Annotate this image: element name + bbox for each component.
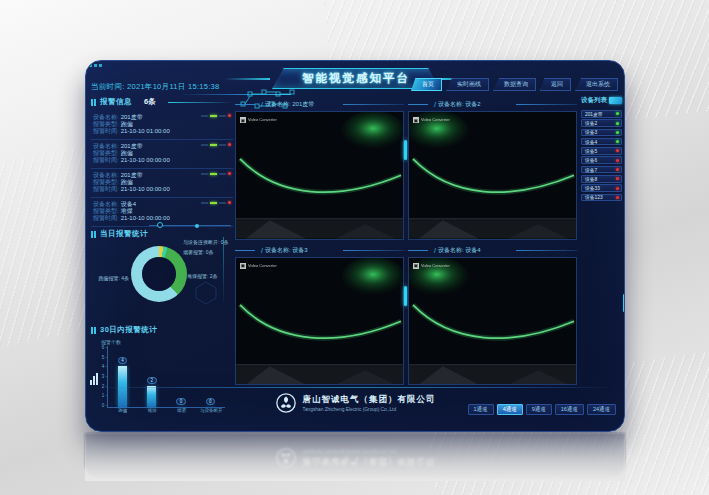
device-list-item[interactable]: 设备4 — [581, 138, 622, 146]
video-cell[interactable]: /设备名称: 设备3▣Video Converter — [235, 244, 404, 386]
section-marker-icon — [91, 99, 96, 106]
donut-label: 跑偏报警: 4条 — [91, 275, 129, 281]
divider — [168, 102, 233, 103]
watermark-logo-icon: ▣ — [413, 117, 419, 123]
slash-decoration: / — [434, 101, 436, 108]
video-feed[interactable]: ▣Video Converter — [235, 111, 404, 240]
cell-accent-bar — [404, 140, 407, 160]
device-list-item[interactable]: 设备33 — [581, 184, 622, 192]
alarm-item[interactable]: 设备名称:201皮带报警类型:跑偏报警时间:21-10-10 00:00:00 — [91, 140, 233, 169]
header-nav: 首页实时画线数据查询返回退出系统 — [411, 78, 618, 91]
nav-button-0[interactable]: 首页 — [411, 78, 442, 91]
video-cell[interactable]: /设备名称: 设备2▣Video Converter — [408, 98, 577, 240]
device-list-panel: 设备列表 201皮带设备2设备3设备4设备5设备6设备7设备8设备33设备123 — [581, 96, 622, 396]
bar-value-label: 4 — [118, 357, 128, 364]
video-cell[interactable]: /设备名称: 201皮带▣Video Converter — [235, 98, 404, 240]
meter-decoration — [90, 373, 98, 385]
donut-label: 与设备连接断开: 0条 — [183, 239, 229, 245]
device-name: 设备6 — [585, 157, 597, 163]
alarm-item[interactable]: 设备名称:201皮带报警类型:跑偏报警时间:21-10-10 00:00:00 — [91, 169, 233, 198]
device-list-item[interactable]: 设备3 — [581, 129, 622, 137]
alarm-time: 报警时间:21-10-10 00:00:00 — [93, 157, 233, 164]
device-list-item[interactable]: 设备5 — [581, 147, 622, 155]
alarm-time: 报警时间:21-10-10 00:00:00 — [93, 215, 233, 222]
device-name: 设备8 — [585, 176, 597, 182]
watermark: ▣Video Converter — [413, 263, 450, 269]
alarm-item[interactable]: 设备名称:201皮带报警类型:跑偏报警时间:21-10-10 01:00:00 — [91, 111, 233, 140]
video-feed[interactable]: ▣Video Converter — [408, 111, 577, 240]
video-feed[interactable]: ▣Video Converter — [235, 257, 404, 386]
device-list-item[interactable]: 设备6 — [581, 156, 622, 164]
hexagon-decoration — [195, 281, 217, 305]
corner-decoration — [89, 64, 102, 67]
video-cell-title: /设备名称: 设备2 — [408, 98, 577, 111]
alarm-list: 设备名称:201皮带报警类型:跑偏报警时间:21-10-10 01:00:00设… — [91, 111, 233, 229]
device-list-item[interactable]: 201皮带 — [581, 110, 622, 118]
video-cell[interactable]: /设备名称: 设备4▣Video Converter — [408, 244, 577, 386]
donut-label: 堆煤报警: 2条 — [187, 273, 218, 279]
device-status-dot — [616, 168, 619, 171]
watermark-logo-icon: ▣ — [413, 263, 419, 269]
alarm-type: 报警类型:跑偏 — [93, 150, 233, 157]
device-list-item[interactable]: 设备8 — [581, 175, 622, 183]
watermark-text: Video Converter — [248, 118, 277, 122]
watermark-text: Video Converter — [248, 264, 277, 268]
channel-button-1通道[interactable]: 1通道 — [468, 404, 494, 415]
watermark-logo-icon: ▣ — [240, 263, 246, 269]
watermark: ▣Video Converter — [413, 117, 450, 123]
device-status-dot — [616, 196, 619, 199]
node-line-decoration — [223, 237, 224, 307]
scrollbar-thumb[interactable] — [623, 294, 625, 312]
alarm-status-leds — [201, 114, 231, 117]
alarm-panel-title: 报警信息 — [100, 97, 132, 107]
watermark: ▣Video Converter — [240, 263, 277, 269]
video-cell-title: /设备名称: 201皮带 — [235, 98, 404, 111]
device-list-action-button[interactable] — [609, 97, 622, 104]
channel-switcher: 1通道4通道9通道16通道24通道 — [468, 404, 616, 415]
alarm-donut-chart — [131, 246, 187, 302]
panel-reflection: 唐山智诚电气（集团）有限公司 Tangshan Zhicheng Electri… — [85, 433, 625, 479]
current-time: 当前时间: 2021年10月11日 15:15:38 — [91, 82, 220, 92]
nav-button-2[interactable]: 数据查询 — [493, 78, 536, 91]
daily-stats-title: 当日报警统计 — [100, 229, 148, 239]
channel-button-9通道[interactable]: 9通道 — [526, 404, 552, 415]
device-name: 设备33 — [585, 185, 600, 191]
monthly-stats-title: 30日内报警统计 — [100, 325, 157, 335]
device-list-item[interactable]: 设备2 — [581, 119, 622, 127]
device-status-dot — [616, 112, 619, 115]
video-feed[interactable]: ▣Video Converter — [408, 257, 577, 386]
alarm-type: 报警类型:堆煤 — [93, 208, 233, 215]
device-name: 设备3 — [585, 129, 597, 135]
company-logo-icon — [275, 447, 297, 469]
title-wing-left — [224, 78, 270, 80]
alarm-status-leds — [201, 172, 231, 175]
channel-button-16通道[interactable]: 16通道 — [555, 404, 584, 415]
alarm-type: 报警类型:跑偏 — [93, 121, 233, 128]
watermark-text: Video Converter — [421, 118, 450, 122]
alarm-count-badge: 6条 — [144, 97, 156, 107]
device-name: 设备2 — [585, 120, 597, 126]
company-logo-icon — [275, 392, 297, 414]
device-list: 201皮带设备2设备3设备4设备5设备6设备7设备8设备33设备123 — [581, 110, 622, 201]
section-marker-icon — [91, 231, 96, 238]
cell-accent-bar — [404, 286, 407, 306]
device-name: 设备123 — [585, 194, 603, 200]
alarm-type: 报警类型:跑偏 — [93, 179, 233, 186]
device-status-dot — [616, 159, 619, 162]
nav-button-1[interactable]: 实时画线 — [446, 78, 489, 91]
device-name: 设备4 — [585, 139, 597, 145]
channel-button-24通道[interactable]: 24通道 — [587, 404, 616, 415]
nav-button-3[interactable]: 返回 — [540, 78, 571, 91]
device-list-item[interactable]: 设备123 — [581, 194, 622, 202]
company-name-en: Tangshan Zhicheng Electric (Group) Co.,L… — [303, 407, 436, 412]
decorative-slider[interactable] — [149, 225, 231, 226]
device-status-dot — [616, 177, 619, 180]
device-list-item[interactable]: 设备7 — [581, 166, 622, 174]
nav-button-4[interactable]: 退出系统 — [575, 78, 618, 91]
device-name: 设备5 — [585, 148, 597, 154]
reflection-fade — [85, 433, 625, 481]
device-name: 设备7 — [585, 167, 597, 173]
bar-value-label: 2 — [147, 377, 157, 384]
channel-button-4通道[interactable]: 4通道 — [497, 404, 523, 415]
footer-divider — [96, 387, 614, 388]
